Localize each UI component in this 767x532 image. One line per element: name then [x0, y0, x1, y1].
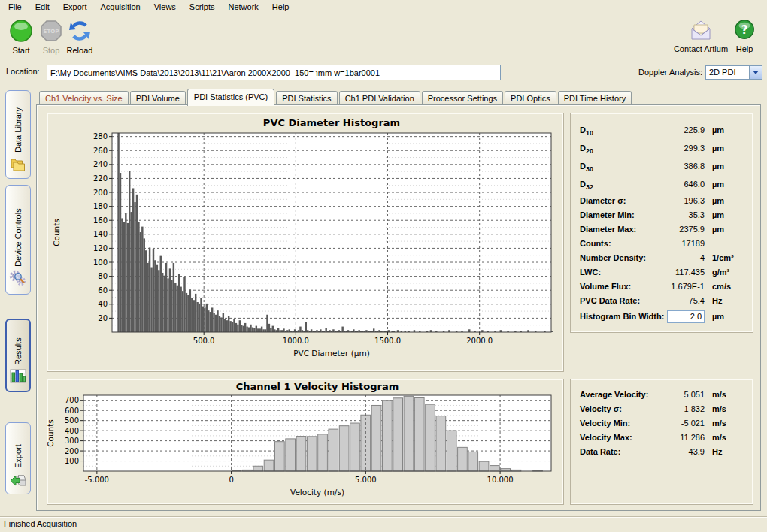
histogram-bin-width-input[interactable]: [667, 310, 705, 323]
stats-row: Diameter Max: 2375.9 µm: [580, 222, 744, 236]
svg-text:10.000: 10.000: [487, 476, 514, 484]
stats-row: Diameter Min: 35.3 µm: [580, 207, 744, 222]
svg-text:180: 180: [93, 202, 108, 210]
reload-label: Reload: [67, 46, 93, 55]
bin-width-unit: µm: [712, 312, 744, 321]
tab-pdi-optics[interactable]: PDI Optics: [505, 91, 556, 105]
menu-item-file[interactable]: File: [2, 1, 29, 13]
svg-text:700: 700: [65, 396, 79, 404]
stats-row: PVC Data Rate: 75.4 Hz: [580, 293, 744, 307]
stats-row: Diameter σ: 196.3 µm: [580, 193, 744, 207]
location-input[interactable]: [47, 65, 501, 80]
svg-text:240: 240: [93, 160, 108, 168]
menu-item-edit[interactable]: Edit: [29, 1, 56, 13]
stats-row: D10 225.9 µm: [580, 121, 744, 139]
stop-label: Stop: [43, 46, 60, 55]
location-label: Location:: [6, 67, 40, 76]
envelope-icon: [671, 18, 731, 44]
sidebar-item-data-library[interactable]: Data Library: [5, 90, 31, 179]
question-icon: ?: [728, 18, 761, 44]
svg-text:280: 280: [93, 132, 108, 141]
svg-text:200: 200: [65, 447, 79, 455]
menu-item-export[interactable]: Export: [56, 1, 94, 13]
svg-text:1000.0: 1000.0: [283, 337, 309, 345]
location-row: Location: Doppler Analysis: 2D PDI: [0, 65, 767, 83]
svg-text:160: 160: [93, 216, 108, 225]
menu-bar: FileEditExportAcquisitionViewsScriptsNet…: [0, 0, 767, 14]
svg-text:Velocity (m/s): Velocity (m/s): [290, 488, 344, 497]
tab-content-panel: 2040608010012014016018020022024026028050…: [36, 104, 761, 511]
status-text: Finished Acquisition: [4, 519, 77, 528]
svg-text:100: 100: [93, 258, 108, 267]
stats-row: Velocity Min: -5 021 m/s: [580, 416, 744, 430]
svg-text:500: 500: [65, 416, 79, 425]
contact-artium-label: Contact Artium: [674, 44, 728, 53]
sidebar-item-label: Device Controls: [14, 192, 23, 267]
contact-artium-button[interactable]: Contact Artium: [671, 18, 731, 53]
gears-icon: [9, 270, 27, 289]
pvc-stats-panel: D10 225.9 µm D20 299.3 µm D30 386.8 µm D…: [570, 113, 753, 333]
svg-text:200: 200: [93, 189, 108, 197]
svg-text:40: 40: [98, 300, 108, 308]
doppler-analysis-value: 2D PDI: [709, 68, 735, 77]
svg-text:260: 260: [93, 147, 108, 155]
start-button[interactable]: Start: [5, 18, 38, 55]
stats-row: Velocity Max: 11 286 m/s: [580, 430, 744, 444]
stats-row: Velocity σ: 1 832 m/s: [580, 401, 744, 416]
stats-row: Average Velocity: 5 051 m/s: [580, 387, 744, 401]
status-bar: Finished Acquisition: [0, 516, 767, 532]
menu-item-views[interactable]: Views: [147, 1, 183, 13]
stats-row: Data Rate: 43.9 Hz: [580, 444, 744, 458]
svg-text:0: 0: [229, 476, 233, 484]
stats-row: LWC: 117.435 g/m³: [580, 264, 744, 279]
stats-row: D32 646.0 µm: [580, 175, 744, 193]
pvc-histogram-chart: 2040608010012014016018020022024026028050…: [47, 113, 562, 370]
pvc-diameter-chart-panel: 2040608010012014016018020022024026028050…: [47, 113, 564, 372]
start-label: Start: [12, 46, 29, 55]
doppler-analysis-select[interactable]: 2D PDI: [705, 65, 762, 80]
chevron-down-icon[interactable]: [749, 66, 762, 79]
sidebar-item-device-controls[interactable]: Device Controls: [5, 185, 31, 295]
svg-text:5.000: 5.000: [355, 476, 377, 484]
toolbar: Start STOP Stop Reload: [0, 15, 767, 63]
sidebar: Data LibraryDevice ControlsResultsExport: [0, 86, 36, 517]
sidebar-item-label: Export: [14, 429, 23, 468]
tab-pdi-time-history[interactable]: PDI Time History: [558, 91, 632, 105]
svg-text:60: 60: [98, 286, 108, 295]
menu-item-acquisition[interactable]: Acquisition: [94, 1, 147, 13]
help-button[interactable]: ? Help: [728, 18, 761, 53]
tab-ch1-pdi-validation[interactable]: Ch1 PDI Validation: [339, 91, 420, 105]
help-label: Help: [736, 44, 753, 53]
reload-icon: [63, 18, 96, 45]
svg-text:STOP: STOP: [44, 29, 59, 35]
velocity-histogram-chart: 100200300400500600700-5.00005.00010.000C…: [47, 379, 562, 503]
svg-text:Counts: Counts: [47, 419, 55, 447]
sidebar-item-export[interactable]: Export: [5, 422, 31, 494]
start-icon: [5, 18, 38, 45]
svg-text:300: 300: [65, 437, 79, 445]
tab-ch1-velocity-vs-size[interactable]: Ch1 Velocity vs. Size: [39, 91, 129, 105]
folders-icon: [9, 156, 27, 174]
tab-pdi-statistics-pvc[interactable]: PDI Statistics (PVC): [187, 89, 274, 106]
svg-text:400: 400: [65, 427, 79, 435]
menu-item-network[interactable]: Network: [221, 1, 265, 13]
bin-width-label: Histogram Bin Width:: [580, 312, 664, 321]
svg-text:220: 220: [93, 174, 108, 183]
svg-text:20: 20: [98, 314, 108, 322]
svg-text:PVC Diameter Histogram: PVC Diameter Histogram: [263, 117, 400, 128]
velocity-stats-panel: Average Velocity: 5 051 m/s Velocity σ: …: [570, 379, 753, 505]
svg-text:600: 600: [65, 407, 79, 415]
svg-text:1500.0: 1500.0: [374, 337, 401, 345]
sidebar-item-results[interactable]: Results: [5, 319, 31, 392]
histogram-bin-width-row: Histogram Bin Width:µm: [580, 307, 744, 325]
tab-pdi-volume[interactable]: PDI Volume: [130, 91, 186, 105]
svg-text:120: 120: [93, 244, 108, 252]
results-icon: [9, 368, 27, 386]
svg-text:-5.000: -5.000: [85, 476, 109, 484]
menu-item-scripts[interactable]: Scripts: [183, 1, 222, 13]
menu-item-help[interactable]: Help: [265, 1, 296, 13]
tab-pdi-statistics[interactable]: PDI Statistics: [276, 91, 337, 105]
stats-row: D30 386.8 µm: [580, 157, 744, 175]
tab-processor-settings[interactable]: Processor Settings: [422, 91, 503, 105]
reload-button[interactable]: Reload: [63, 18, 96, 55]
